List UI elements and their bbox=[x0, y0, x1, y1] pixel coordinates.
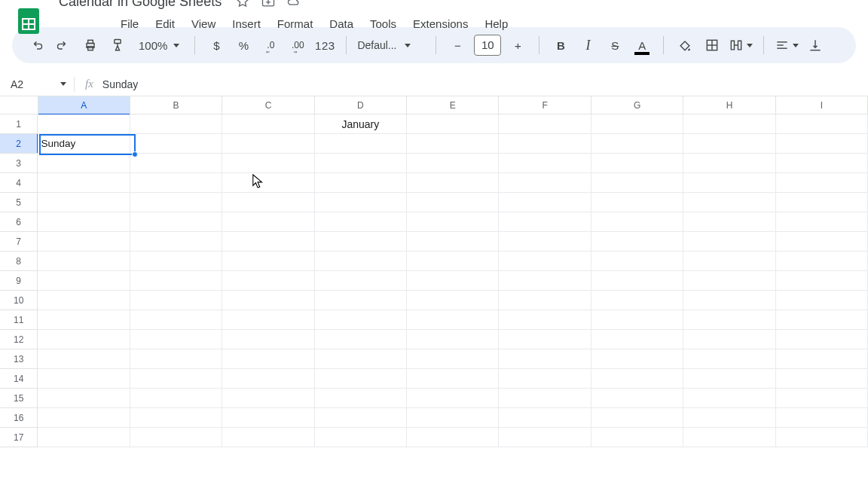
cell-H15[interactable] bbox=[683, 389, 775, 408]
cell-A17[interactable] bbox=[38, 428, 130, 447]
cell-G11[interactable] bbox=[591, 310, 683, 330]
menu-data[interactable]: Data bbox=[322, 14, 361, 33]
cell-D6[interactable] bbox=[315, 212, 407, 232]
cell-B12[interactable] bbox=[130, 330, 222, 349]
row-header-14[interactable]: 14 bbox=[0, 369, 38, 389]
cell-D4[interactable] bbox=[315, 173, 407, 193]
cell-A10[interactable] bbox=[38, 291, 130, 310]
cell-F17[interactable] bbox=[499, 428, 591, 447]
sheets-logo[interactable] bbox=[12, 4, 45, 37]
zoom-select[interactable]: 100% bbox=[134, 39, 184, 52]
horizontal-align-button[interactable] bbox=[775, 33, 799, 57]
cell-A8[interactable] bbox=[38, 252, 130, 271]
menu-tools[interactable]: Tools bbox=[362, 14, 404, 33]
cell-E7[interactable] bbox=[407, 232, 499, 252]
cell-F16[interactable] bbox=[499, 408, 591, 428]
cell-C15[interactable] bbox=[222, 389, 314, 408]
cell-G15[interactable] bbox=[591, 389, 683, 408]
cell-H5[interactable] bbox=[683, 193, 775, 212]
cell-H4[interactable] bbox=[683, 173, 775, 193]
cell-D12[interactable] bbox=[315, 330, 407, 349]
vertical-align-button[interactable] bbox=[805, 33, 826, 57]
cell-F1[interactable] bbox=[499, 114, 591, 134]
cell-B3[interactable] bbox=[130, 154, 222, 173]
cell-E2[interactable] bbox=[407, 134, 499, 154]
cell-E14[interactable] bbox=[407, 369, 499, 389]
row-header-7[interactable]: 7 bbox=[0, 232, 38, 252]
cell-E16[interactable] bbox=[407, 408, 499, 428]
cell-A6[interactable] bbox=[38, 212, 130, 232]
cell-H8[interactable] bbox=[683, 252, 775, 271]
cell-C2[interactable] bbox=[222, 134, 314, 154]
cell-G12[interactable] bbox=[591, 330, 683, 349]
cell-D8[interactable] bbox=[315, 252, 407, 271]
font-size-input[interactable]: 10 bbox=[474, 35, 501, 56]
cell-I9[interactable] bbox=[776, 271, 868, 291]
cell-A16[interactable] bbox=[38, 408, 130, 428]
cell-A15[interactable] bbox=[38, 389, 130, 408]
cell-B5[interactable] bbox=[130, 193, 222, 212]
cell-C6[interactable] bbox=[222, 212, 314, 232]
cell-D1[interactable]: January bbox=[315, 114, 407, 134]
cell-G8[interactable] bbox=[591, 252, 683, 271]
cell-C5[interactable] bbox=[222, 193, 314, 212]
menu-help[interactable]: Help bbox=[477, 14, 515, 33]
row-header-3[interactable]: 3 bbox=[0, 154, 38, 173]
cell-E3[interactable] bbox=[407, 154, 499, 173]
cell-A14[interactable] bbox=[38, 369, 130, 389]
cell-D15[interactable] bbox=[315, 389, 407, 408]
cell-D13[interactable] bbox=[315, 349, 407, 369]
cell-B17[interactable] bbox=[130, 428, 222, 447]
menu-file[interactable]: File bbox=[113, 14, 146, 33]
cell-I5[interactable] bbox=[776, 193, 868, 212]
cell-A3[interactable] bbox=[38, 154, 130, 173]
cell-E10[interactable] bbox=[407, 291, 499, 310]
row-header-16[interactable]: 16 bbox=[0, 408, 38, 428]
cell-I1[interactable] bbox=[776, 114, 868, 134]
cell-F13[interactable] bbox=[499, 349, 591, 369]
strikethrough-button[interactable]: S bbox=[604, 33, 625, 57]
cell-F2[interactable] bbox=[499, 134, 591, 154]
cell-E8[interactable] bbox=[407, 252, 499, 271]
cell-F11[interactable] bbox=[499, 310, 591, 330]
menu-extensions[interactable]: Extensions bbox=[405, 14, 475, 33]
name-box[interactable]: A2 bbox=[6, 78, 74, 90]
cell-D9[interactable] bbox=[315, 271, 407, 291]
cell-D7[interactable] bbox=[315, 232, 407, 252]
cell-G3[interactable] bbox=[591, 154, 683, 173]
row-header-4[interactable]: 4 bbox=[0, 173, 38, 193]
cell-G2[interactable] bbox=[591, 134, 683, 154]
column-header-I[interactable]: I bbox=[776, 96, 868, 114]
cell-F3[interactable] bbox=[499, 154, 591, 173]
cell-E6[interactable] bbox=[407, 212, 499, 232]
cell-B6[interactable] bbox=[130, 212, 222, 232]
cell-F5[interactable] bbox=[499, 193, 591, 212]
increase-decimal-button[interactable]: .00 bbox=[287, 33, 308, 57]
cell-C16[interactable] bbox=[222, 408, 314, 428]
cell-D16[interactable] bbox=[315, 408, 407, 428]
cell-G9[interactable] bbox=[591, 271, 683, 291]
row-header-11[interactable]: 11 bbox=[0, 310, 38, 330]
column-header-D[interactable]: D bbox=[315, 96, 407, 114]
cell-C9[interactable] bbox=[222, 271, 314, 291]
cell-F15[interactable] bbox=[499, 389, 591, 408]
cell-E13[interactable] bbox=[407, 349, 499, 369]
cell-B13[interactable] bbox=[130, 349, 222, 369]
borders-button[interactable] bbox=[701, 33, 723, 57]
cell-I16[interactable] bbox=[776, 408, 868, 428]
cell-I2[interactable] bbox=[776, 134, 868, 154]
cell-A9[interactable] bbox=[38, 271, 130, 291]
cell-H13[interactable] bbox=[683, 349, 775, 369]
cell-I4[interactable] bbox=[776, 173, 868, 193]
column-header-A[interactable]: A bbox=[38, 96, 130, 114]
fill-color-button[interactable] bbox=[674, 33, 695, 57]
cell-E1[interactable] bbox=[407, 114, 499, 134]
cell-C13[interactable] bbox=[222, 349, 314, 369]
row-header-17[interactable]: 17 bbox=[0, 428, 38, 447]
cloud-status-icon[interactable] bbox=[286, 0, 301, 9]
cell-E4[interactable] bbox=[407, 173, 499, 193]
cell-I8[interactable] bbox=[776, 252, 868, 271]
cell-D14[interactable] bbox=[315, 369, 407, 389]
cell-A13[interactable] bbox=[38, 349, 130, 369]
bold-button[interactable]: B bbox=[550, 33, 571, 57]
